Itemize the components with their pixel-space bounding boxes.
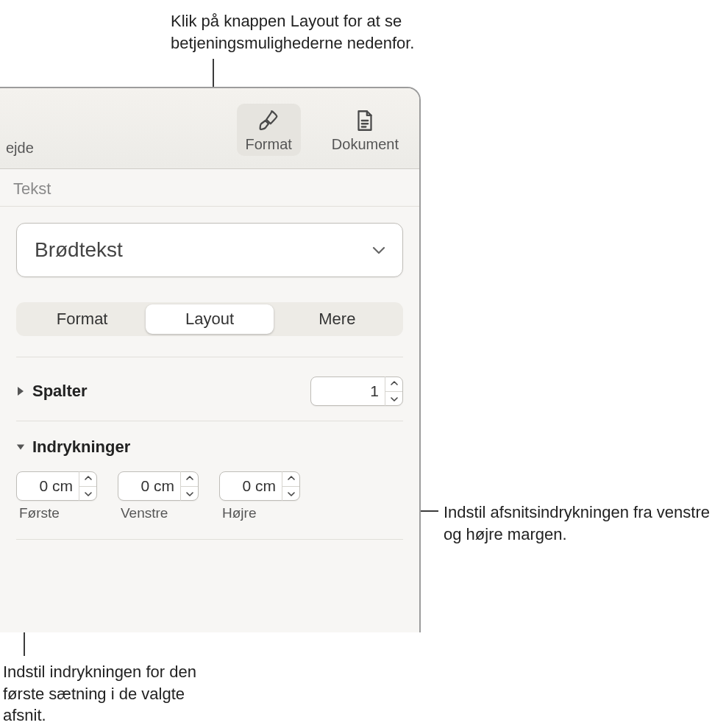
chevron-down-icon: [16, 442, 25, 452]
indent-first-label: Første: [16, 505, 97, 521]
chevron-up-icon: [186, 476, 193, 481]
indrykninger-disclosure[interactable]: Indrykninger: [16, 438, 403, 457]
chevron-up-icon: [85, 476, 92, 481]
indent-right-label: Højre: [219, 505, 300, 521]
inspector-toolbar: ejde Format Dokument: [0, 88, 419, 169]
tab-format[interactable]: Format: [18, 304, 146, 334]
spalter-label: Spalter: [32, 382, 88, 401]
indent-right-step-down[interactable]: [282, 486, 299, 502]
paintbrush-icon: [256, 108, 281, 133]
indent-first-value: 0 cm: [24, 477, 79, 495]
document-icon: [352, 108, 377, 133]
indent-first-step-up[interactable]: [79, 471, 96, 486]
callout-bottom: Indstil indrykningen for den første sætn…: [3, 661, 224, 727]
chevron-down-icon: [288, 491, 295, 496]
indrykninger-label: Indrykninger: [32, 438, 130, 457]
toolbar-document-label: Dokument: [332, 136, 399, 153]
indent-first-stepper[interactable]: 0 cm: [16, 471, 97, 501]
paragraph-style-select[interactable]: Brødtekst: [16, 223, 403, 277]
toolbar-format-label: Format: [246, 136, 292, 153]
chevron-up-icon: [288, 476, 295, 481]
callout-top: Klik på knappen Layout for at se betjeni…: [171, 10, 435, 54]
inspector-panel: ejde Format Dokument Tekst Brø: [0, 87, 421, 632]
toolbar-format-tab[interactable]: Format: [237, 104, 301, 156]
svg-marker-1: [17, 445, 24, 450]
indent-left-step-up[interactable]: [181, 471, 198, 486]
spalter-value: 1: [318, 382, 385, 400]
callout-right: Indstil afsnitsindrykningen fra venstre …: [444, 502, 716, 545]
section-title: Tekst: [0, 169, 419, 207]
indent-right-value: 0 cm: [227, 477, 282, 495]
indent-left-value: 0 cm: [126, 477, 180, 495]
spalter-stepper[interactable]: 1: [310, 377, 403, 406]
chevron-down-icon: [371, 245, 386, 255]
chevron-down-icon: [186, 491, 193, 496]
paragraph-style-value: Brødtekst: [35, 238, 123, 262]
indent-left-label: Venstre: [118, 505, 199, 521]
indent-right-stepper[interactable]: 0 cm: [219, 471, 300, 501]
chevron-down-icon: [391, 396, 398, 402]
chevron-right-icon: [16, 386, 25, 396]
callout-leader-line: [424, 510, 438, 512]
chevron-up-icon: [391, 381, 398, 386]
chevron-down-icon: [85, 491, 92, 496]
spalter-step-up[interactable]: [385, 377, 402, 391]
svg-marker-0: [18, 387, 24, 396]
toolbar-document-tab[interactable]: Dokument: [323, 104, 408, 156]
spalter-disclosure[interactable]: Spalter: [16, 382, 88, 401]
tab-layout[interactable]: Layout: [146, 304, 273, 334]
spalter-step-down[interactable]: [385, 391, 402, 407]
tab-mere[interactable]: Mere: [274, 304, 401, 334]
indent-left-stepper[interactable]: 0 cm: [118, 471, 199, 501]
divider: [16, 539, 403, 540]
indent-right-step-up[interactable]: [282, 471, 299, 486]
toolbar-left-fragment: ejde: [6, 140, 34, 164]
inspector-subtabs: Format Layout Mere: [16, 302, 403, 336]
indent-left-step-down[interactable]: [181, 486, 198, 502]
indent-first-step-down[interactable]: [79, 486, 96, 502]
